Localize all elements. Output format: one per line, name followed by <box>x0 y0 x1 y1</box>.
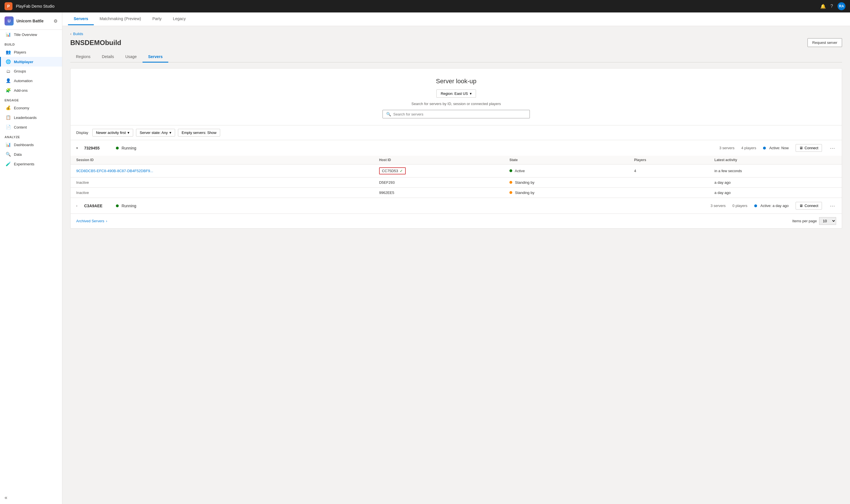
display-filter-button[interactable]: Newer activity first ▾ <box>92 129 133 137</box>
subtab-regions[interactable]: Regions <box>70 52 96 62</box>
request-server-button[interactable]: Request server <box>808 38 842 47</box>
tab-matchmaking[interactable]: Matchmaking (Preview) <box>94 13 146 25</box>
sidebar-label-dashboards: Dashboards <box>14 143 34 147</box>
sidebar-item-dashboards[interactable]: 📊 Dashboards <box>0 140 62 149</box>
players-icon: 👥 <box>5 50 11 55</box>
sidebar-header: U Unicorn Battle ⚙ <box>0 13 62 30</box>
sidebar-item-multiplayer[interactable]: 🌐 Multiplayer <box>0 57 62 67</box>
sidebar-item-groups[interactable]: 🗂 Groups <box>0 67 62 76</box>
sidebar-label-players: Players <box>14 50 26 54</box>
search-input[interactable] <box>393 112 526 116</box>
sidebar-item-players[interactable]: 👥 Players <box>0 47 62 57</box>
state-dot-1 <box>509 181 512 184</box>
more-options-button-0[interactable]: ⋯ <box>829 145 836 151</box>
session-id-0: 9CD8DCB5-EFC8-490B-8C87-DB4F52DBF9... <box>71 164 374 178</box>
col-header: Players <box>628 156 709 164</box>
sidebar-label-content: Content <box>14 125 27 129</box>
col-header: State <box>504 156 628 164</box>
help-icon[interactable]: ? <box>830 4 833 9</box>
archived-servers-link[interactable]: Archived Servers › <box>76 219 107 223</box>
host-id-2: 9962EE5 <box>374 188 504 198</box>
state-0: Active <box>504 164 628 178</box>
region-button[interactable]: Region: East US ▾ <box>436 89 476 98</box>
sidebar-item-title-overview[interactable]: 📊 Title Overview <box>0 30 62 39</box>
more-options-button-1[interactable]: ⋯ <box>829 203 836 209</box>
state-dot-2 <box>509 191 512 194</box>
table-row-2: Inactive 9962EE5 Standing by a day ago <box>71 188 842 198</box>
layout: U Unicorn Battle ⚙ 📊 Title Overview BUIL… <box>0 13 850 504</box>
empty-filter-button[interactable]: Empty servers: Show <box>178 129 220 137</box>
status-dot-0 <box>116 147 119 149</box>
state-dot-0 <box>509 169 512 172</box>
sidebar-label-experiments: Experiments <box>14 162 34 166</box>
state-filter-button[interactable]: Server state: Any ▾ <box>136 129 175 137</box>
group-id-1: C3A9AEE <box>84 203 112 208</box>
topbar-left: P PlayFab Demo Studio <box>4 2 54 10</box>
avatar[interactable]: RA <box>837 2 846 10</box>
topbar: P PlayFab Demo Studio 🔔 ? RA <box>0 0 850 13</box>
collapse-icon: « <box>4 494 7 501</box>
group-players-count-1: 0 players <box>732 203 747 208</box>
lookup-title: Server look-up <box>76 77 836 85</box>
players-2 <box>628 188 709 198</box>
sidebar-section-analyze: ANALYZE <box>0 132 62 140</box>
session-link-0[interactable]: 9CD8DCB5-EFC8-490B-8C87-DB4F52DBF9... <box>76 169 153 173</box>
display-chevron-icon: ▾ <box>127 130 129 135</box>
sidebar-item-automation[interactable]: 👤 Automation <box>0 76 62 86</box>
page-title-row: BNSDEMObuild Request server <box>70 38 842 47</box>
data-icon: 🔍 <box>5 152 11 157</box>
monitor-icon-0: 🖥 <box>799 146 803 150</box>
card-footer: Archived Servers › Items per page 102550… <box>71 214 842 228</box>
status-dot-1 <box>116 204 119 207</box>
empty-filter-value: Empty servers: Show <box>181 130 216 135</box>
sidebar-section-engage: ENGAGE <box>0 95 62 103</box>
sidebar-item-economy[interactable]: 💰 Economy <box>0 103 62 113</box>
items-per-page-label: Items per page <box>792 219 817 223</box>
subtab-servers[interactable]: Servers <box>142 52 168 62</box>
pagination: Items per page 102550100 <box>792 217 836 225</box>
subtab-details[interactable]: Details <box>96 52 120 62</box>
tab-legacy[interactable]: Legacy <box>167 13 191 25</box>
app-name: Unicorn Battle <box>16 19 44 23</box>
sidebar-collapse-btn[interactable]: « <box>0 491 62 504</box>
playfab-logo: P <box>4 2 13 10</box>
settings-gear-icon[interactable]: ⚙ <box>54 18 57 24</box>
sidebar-item-addons[interactable]: 🧩 Add-ons <box>0 86 62 95</box>
active-dot-0 <box>763 147 766 149</box>
filter-bar: Display Newer activity first ▾ Server st… <box>71 125 842 140</box>
connect-button-0[interactable]: 🖥 Connect <box>796 144 822 152</box>
sidebar-item-leaderboards[interactable]: 📋 Leaderboards <box>0 113 62 122</box>
breadcrumb-chevron: ‹ <box>70 32 71 36</box>
tab-party[interactable]: Party <box>147 13 168 25</box>
sidebar-item-data[interactable]: 🔍 Data <box>0 149 62 159</box>
leaderboards-icon: 📋 <box>5 115 11 120</box>
col-header: Session ID <box>71 156 374 164</box>
host-id-badge-0: CC75D53 ✓ <box>379 167 406 175</box>
connect-button-1[interactable]: 🖥 Connect <box>796 202 822 210</box>
server-group-header-1[interactable]: › C3A9AEE Running 3 servers 0 players Ac… <box>71 198 842 214</box>
sidebar-label-leaderboards: Leaderboards <box>14 115 37 120</box>
state-chevron-icon: ▾ <box>170 130 171 135</box>
col-header: Latest activity <box>709 156 842 164</box>
sidebar-item-experiments[interactable]: 🧪 Experiments <box>0 159 62 169</box>
host-id-1: D5EF293 <box>374 178 504 188</box>
search-icon: 🔍 <box>386 112 391 116</box>
group-servers-count-1: 3 servers <box>711 203 726 208</box>
experiments-icon: 🧪 <box>5 161 11 166</box>
sidebar-item-content[interactable]: 📄 Content <box>0 122 62 132</box>
subtab-bar: RegionsDetailsUsageServers <box>70 52 842 62</box>
bell-icon[interactable]: 🔔 <box>820 4 826 9</box>
tab-servers[interactable]: Servers <box>68 13 94 25</box>
breadcrumb-link[interactable]: Builds <box>73 32 83 36</box>
col-header: Host ID <box>374 156 504 164</box>
sidebar-section-build: BUILD <box>0 39 62 47</box>
group-players-count-0: 4 players <box>741 146 756 150</box>
server-group-header-0[interactable]: ▾ 7329455 Running 3 servers 4 players Ac… <box>71 140 842 156</box>
group-meta-1: 3 servers 0 players Active: a day ago 🖥 … <box>711 202 836 210</box>
subtab-usage[interactable]: Usage <box>120 52 142 62</box>
groups-icon: 🗂 <box>5 69 11 74</box>
server-card: Server look-up Region: East US ▾ Search … <box>70 68 842 229</box>
server-group-1: › C3A9AEE Running 3 servers 0 players Ac… <box>71 198 842 214</box>
items-per-page-select[interactable]: 102550100 <box>819 217 836 225</box>
players-0: 4 <box>628 164 709 178</box>
